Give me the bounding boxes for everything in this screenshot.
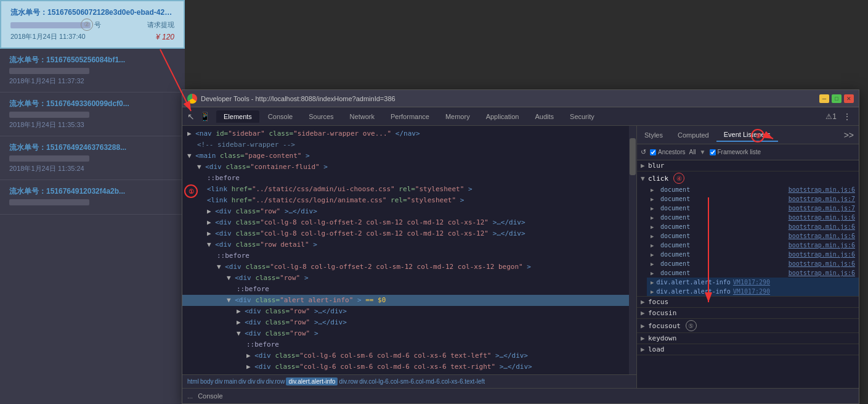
tab-event-listeners[interactable]: Event Listeners <box>716 128 778 142</box>
tab-styles[interactable]: Styles <box>637 129 670 141</box>
caret-icon[interactable]: ▶ <box>207 207 211 215</box>
event-group-keydown-header[interactable]: ▶ keydown <box>637 333 859 344</box>
html-line: <link href="../static/css/admin/ui-choos… <box>182 184 629 195</box>
transaction-item-3[interactable]: 流水单号：151676493360099dcf0... 2018年1月24日 1… <box>0 93 185 136</box>
caret-icon[interactable]: ▶ <box>246 352 251 360</box>
transaction-item-5[interactable]: 流水单号：1516764912032f4a2b... <box>0 180 185 215</box>
caret-icon[interactable]: ▶ <box>237 318 241 326</box>
tab-computed[interactable]: Computed <box>670 129 716 141</box>
transaction-item-4[interactable]: 流水单号：151676492463763288... 2018年1月24日 11… <box>0 136 185 180</box>
caret-icon[interactable]: ▶ <box>187 130 192 138</box>
event-file[interactable]: bootstrap.min.js:6 <box>789 242 855 249</box>
styles-tab-bar: Styles Computed Event Listeners >> <box>637 126 859 144</box>
minimize-button[interactable]: ─ <box>819 94 829 103</box>
cursor-icon[interactable]: ↖ <box>187 112 195 122</box>
breadcrumb-divrow[interactable]: div.row <box>266 378 285 385</box>
event-item[interactable]: ▶ document bootstrap.min.js:6 <box>647 268 859 278</box>
html-line-highlighted[interactable]: ▼ <div class="alert alert-info" > == $0 <box>182 295 629 306</box>
caret-icon[interactable]: ▶ <box>246 363 251 371</box>
caret-icon[interactable]: ▼ <box>227 296 231 304</box>
breadcrumb-col[interactable]: div.col-lg-6.col-sm-6.col-md-6.col-xs-6.… <box>359 378 485 385</box>
tab-performance[interactable]: Performance <box>383 110 437 123</box>
event-file[interactable]: bootstrap.min.js:6 <box>789 214 855 221</box>
more-options-icon[interactable]: ⋮ <box>840 112 854 122</box>
caret-icon[interactable]: ▼ <box>207 241 211 249</box>
device-icon[interactable]: 📱 <box>200 112 210 122</box>
event-item[interactable]: ▶ document bootstrap.min.js:6 <box>647 222 859 231</box>
refresh-button[interactable]: ↺ <box>641 148 646 156</box>
tab-audits[interactable]: Audits <box>527 110 561 123</box>
event-file[interactable]: bootstrap.min.js:7 <box>789 205 855 212</box>
html-line: ▶ <div class="row" >…</div> <box>182 317 629 328</box>
event-item[interactable]: ▶ document bootstrap.min.js:6 <box>647 185 859 194</box>
event-group-click-header[interactable]: ▼ click ④ <box>637 171 859 185</box>
event-file[interactable]: bootstrap.min.js:6 <box>789 251 855 258</box>
breadcrumb-div4[interactable]: div <box>257 378 265 385</box>
breadcrumb-div2[interactable]: div <box>238 378 246 385</box>
event-item[interactable]: ▶ document bootstrap.min.js:6 <box>647 259 859 268</box>
event-item[interactable]: ▶ document bootstrap.min.js:6 <box>647 250 859 259</box>
event-item[interactable]: ▶ document bootstrap.min.js:6 <box>647 213 859 222</box>
alert-file-2[interactable]: VM1017:290 <box>733 288 770 295</box>
breadcrumb-alert[interactable]: div.alert.alert-info <box>286 377 338 385</box>
event-item[interactable]: ▶ document bootstrap.min.js:6 <box>647 231 859 241</box>
caret-icon[interactable]: ▶ <box>207 218 211 226</box>
event-item[interactable]: ▶ document bootstrap.min.js:7 <box>647 204 859 213</box>
event-listeners-content: ▶ blur ▼ click ④ <box>637 160 859 388</box>
tab-network[interactable]: Network <box>343 110 382 123</box>
scrollbar-thumb[interactable] <box>630 138 636 175</box>
caret: ▶ <box>651 279 654 286</box>
caret-icon[interactable]: ▶ <box>207 229 211 237</box>
event-group-blur-header[interactable]: ▶ blur <box>637 160 859 171</box>
event-group-focusout-header[interactable]: ▶ focusout ⑤ <box>637 319 859 332</box>
caret: ▶ <box>651 205 655 212</box>
caret-icon[interactable]: ▶ <box>237 307 241 315</box>
tab-security[interactable]: Security <box>562 110 602 123</box>
event-file[interactable]: bootstrap.min.js:6 <box>789 233 855 239</box>
alert-file-1[interactable]: VM1017:290 <box>733 279 770 286</box>
close-button[interactable]: ✕ <box>844 94 854 103</box>
breadcrumb-body[interactable]: body <box>200 378 214 385</box>
breadcrumb-div1[interactable]: div <box>215 378 223 385</box>
event-file[interactable]: bootstrap.min.js:6 <box>789 260 855 267</box>
event-group-focusin-header[interactable]: ▶ focusin <box>637 308 859 318</box>
event-item-special-1[interactable]: ▶ div.alert.alert-info VM1017:290 <box>647 278 859 287</box>
ancestors-check[interactable] <box>650 149 656 155</box>
breadcrumb-main[interactable]: main <box>224 378 237 385</box>
caret-icon[interactable]: ▼ <box>217 263 221 271</box>
event-file[interactable]: bootstrap.min.js:6 <box>789 186 855 193</box>
event-item[interactable]: ▶ document bootstrap.min.js:6 <box>647 241 859 250</box>
framework-check[interactable] <box>710 149 716 155</box>
caret-load: ▶ <box>641 345 646 353</box>
html-line: ▶ <div class="col-lg-6 col-sm-6 col-md-6… <box>182 350 629 361</box>
event-group-focus-header[interactable]: ▶ focus <box>637 297 859 307</box>
event-file[interactable]: bootstrap.min.js:7 <box>789 196 855 202</box>
event-file[interactable]: bootstrap.min.js:6 <box>789 270 855 276</box>
event-group-focusout: ▶ focusout ⑤ <box>637 319 859 333</box>
event-file[interactable]: bootstrap.min.js:6 <box>789 223 855 230</box>
event-group-focusin: ▶ focusin <box>637 308 859 319</box>
event-item-special-2[interactable]: ▶ div.alert.alert-info VM1017:290 <box>647 287 859 296</box>
transaction-item-1[interactable]: 流水单号：151676506072128e3d0e0-ebad-4212-a86… <box>0 0 185 49</box>
console-label[interactable]: Console <box>198 392 222 400</box>
caret-icon[interactable]: ▼ <box>237 329 241 337</box>
more-tabs-icon[interactable]: >> <box>839 130 859 140</box>
event-item[interactable]: ▶ document bootstrap.min.js:7 <box>647 194 859 204</box>
event-group-load-header[interactable]: ▶ load <box>637 344 859 355</box>
caret-icon[interactable]: ▼ <box>187 152 192 160</box>
caret-icon[interactable]: ▼ <box>227 274 231 282</box>
tab-elements[interactable]: Elements <box>216 110 259 123</box>
tab-console[interactable]: Console <box>261 110 300 123</box>
maximize-button[interactable]: □ <box>832 94 842 103</box>
tab-application[interactable]: Application <box>479 110 527 123</box>
tab-memory[interactable]: Memory <box>438 110 477 123</box>
breadcrumb-divrow2[interactable]: div.row <box>339 378 358 385</box>
devtools-console-bar: ... Console <box>182 388 859 403</box>
breadcrumb-div3[interactable]: div <box>248 378 256 385</box>
caret-icon[interactable]: ▼ <box>197 163 201 171</box>
breadcrumb-html[interactable]: html <box>187 378 199 385</box>
tab-sources[interactable]: Sources <box>301 110 341 123</box>
html-scrollbar[interactable] <box>629 126 636 374</box>
filter-icon[interactable]: ▼ <box>700 149 706 155</box>
transaction-item-2[interactable]: 流水单号：151676505256084bf1... 2018年1月24日 11… <box>0 49 185 93</box>
